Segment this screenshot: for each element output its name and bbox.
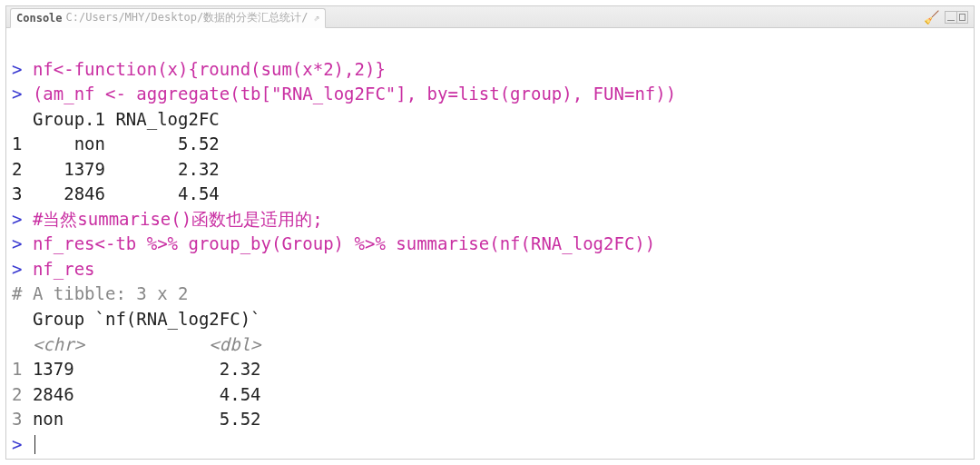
row-index: 3 xyxy=(12,409,22,429)
minimize-maximize-icon[interactable] xyxy=(945,11,968,24)
code-line: ], by=list(group), FUN=nf)) xyxy=(396,84,676,104)
output-line: 1379 2.32 xyxy=(22,359,260,379)
popout-icon[interactable]: ⇗ xyxy=(314,12,320,24)
prompt: > xyxy=(12,434,33,454)
code-line: nf_res xyxy=(33,259,95,279)
tab-path: C:/Users/MHY/Desktop/数据的分类汇总统计/ xyxy=(66,10,309,25)
output-line: non 5.52 xyxy=(22,409,260,429)
code-line: nf_res<-tb %>% group_by(Group) %>% summa… xyxy=(33,233,655,253)
output-line: 1 non 5.52 xyxy=(12,134,220,153)
tab-console[interactable]: Console C:/Users/MHY/Desktop/数据的分类汇总统计/ … xyxy=(10,8,326,28)
row-index: 1 xyxy=(12,359,22,379)
tibble-columns: Group `nf(RNA_log2FC)` xyxy=(12,309,261,329)
tab-bar: Console C:/Users/MHY/Desktop/数据的分类汇总统计/ … xyxy=(6,6,974,28)
console-output[interactable]: > nf<-function(x){round(sum(x*2),2)} > (… xyxy=(6,28,974,459)
tab-label: Console xyxy=(16,12,63,25)
output-line: 2846 4.54 xyxy=(22,384,260,404)
prompt: > xyxy=(12,233,33,253)
output-line: 2 1379 2.32 xyxy=(12,159,220,179)
code-line: (am_nf <- aggregate(tb[ xyxy=(33,84,271,104)
cursor xyxy=(34,435,35,454)
row-index: 2 xyxy=(12,384,22,404)
clear-console-icon[interactable]: 🧹 xyxy=(924,10,939,25)
console-pane: Console C:/Users/MHY/Desktop/数据的分类汇总统计/ … xyxy=(5,5,975,460)
output-line: 3 2846 4.54 xyxy=(12,183,220,203)
output-line: Group.1 RNA_log2FC xyxy=(12,109,220,129)
tibble-coltype: <dbl> xyxy=(84,334,260,354)
code-line: nf<-function(x){round(sum(x*2),2)} xyxy=(33,59,386,79)
prompt: > xyxy=(12,209,33,229)
string-literal: "RNA_log2FC" xyxy=(271,84,396,104)
tibble-coltype: <chr> xyxy=(12,334,84,354)
pane-toolbar: 🧹 xyxy=(924,10,974,25)
comment-line: #当然summarise()函数也是适用的; xyxy=(33,209,323,229)
prompt: > xyxy=(12,59,33,79)
tibble-header: # A tibble: 3 x 2 xyxy=(12,283,188,303)
prompt: > xyxy=(12,259,33,279)
prompt: > xyxy=(12,84,33,104)
